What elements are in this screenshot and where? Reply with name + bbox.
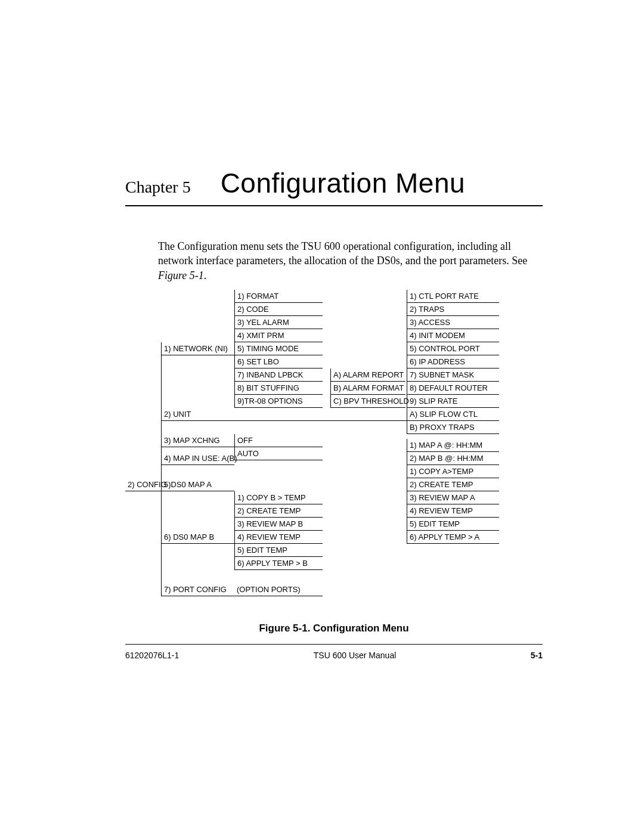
e-unit-3: 3) ACCESS [407, 316, 499, 329]
intro-text-after: . [204, 270, 207, 281]
intro-text: The Configuration menu sets the TSU 600 … [158, 240, 527, 267]
e-unit-6: 6) IP ADDRESS [407, 355, 499, 368]
chapter-header: Chapter 5 Configuration Menu [125, 167, 543, 206]
e-unit-1: 1) CTL PORT RATE [407, 290, 499, 303]
chapter-number: Chapter 5 [125, 178, 191, 197]
item-map-xchng: 3) MAP XCHNG [161, 434, 234, 447]
e-unit-7: 7) SUBNET MASK [407, 368, 499, 382]
e-unit-5: 5) CONTROL PORT [407, 342, 499, 355]
footer-doc-id: 61202076L1-1 [125, 651, 179, 660]
e-auto-1: 1) MAP A @: HH:MM [407, 439, 499, 452]
page-footer: 61202076L1-1 TSU 600 User Manual 5-1 [125, 651, 543, 660]
c-portconfig: (OPTION PORTS) [234, 583, 323, 596]
e-unit-a: A) SLIP FLOW CTL [407, 408, 499, 421]
e-ds0a-2: 2) CREATE TEMP [407, 478, 499, 491]
e-ds0a-3: 3) REVIEW MAP A [407, 491, 499, 504]
c-network-1: 1) FORMAT [234, 290, 323, 303]
e-unit-8: 8) DEFAULT ROUTER [407, 382, 499, 395]
e-ds0a-4: 4) REVIEW TEMP [407, 504, 499, 518]
e-unit-4: 4) INIT MODEM [407, 329, 499, 342]
footer-manual: TSU 600 User Manual [314, 651, 397, 660]
c-ds0b-1: 1) COPY B > TEMP [234, 491, 323, 504]
c-network-4: 4) XMIT PRM [234, 329, 323, 342]
e-ds0a-5: 5) EDIT TEMP [407, 518, 499, 531]
c-ds0b-4: 4) REVIEW TEMP [234, 531, 323, 544]
chapter-title: Configuration Menu [221, 167, 465, 199]
d-alarm-report: A) ALARM REPORT [330, 368, 405, 382]
figure-reference: Figure 5-1 [158, 270, 204, 281]
figure-caption: Figure 5-1. Configuration Menu [125, 623, 543, 645]
c-network-8: 8) BIT STUFFING [234, 382, 323, 395]
item-ds0-map-b: 6) DS0 MAP B [161, 531, 234, 544]
c-network-3: 3) YEL ALARM [234, 316, 323, 329]
c-mapxchng-off: OFF [234, 434, 323, 447]
c-network-7: 7) INBAND LPBCK [234, 368, 323, 382]
c-network-5: 5) TIMING MODE [234, 342, 323, 355]
intro-paragraph: The Configuration menu sets the TSU 600 … [158, 239, 543, 283]
c-network-6: 6) SET LBO [234, 355, 323, 368]
c-ds0b-3: 3) REVIEW MAP B [234, 518, 323, 531]
menu-tree: 2) CONFIG 1) NETWORK (NI) 2) UNIT 3) MAP… [125, 290, 543, 612]
e-unit-9: 9) SLIP RATE [407, 395, 499, 408]
e-unit-2: 2) TRAPS [407, 303, 499, 316]
item-network: 1) NETWORK (NI) [161, 342, 234, 355]
c-ds0b-6: 6) APPLY TEMP > B [234, 557, 323, 570]
d-alarm-format: B) ALARM FORMAT [330, 382, 405, 395]
c-mapxchng-auto: AUTO [234, 447, 323, 460]
e-auto-2: 2) MAP B @: HH:MM [407, 452, 499, 465]
e-ds0a-6: 6) APPLY TEMP > A [407, 531, 499, 544]
e-ds0a-1: 1) COPY A>TEMP [407, 465, 499, 478]
c-ds0b-5: 5) EDIT TEMP [234, 544, 323, 557]
footer-page: 5-1 [531, 651, 543, 660]
item-map-in-use: 4) MAP IN USE: A(B) [161, 452, 234, 465]
e-unit-b: B) PROXY TRAPS [407, 421, 499, 434]
c-ds0b-2: 2) CREATE TEMP [234, 504, 323, 518]
item-unit: 2) UNIT [161, 408, 234, 421]
item-port-config: 7) PORT CONFIG [161, 583, 234, 596]
c-network-2: 2) CODE [234, 303, 323, 316]
item-ds0-map-a: 5)DS0 MAP A [161, 478, 234, 491]
c-network-9: 9)TR-08 OPTIONS [234, 395, 323, 408]
root-config: 2) CONFIG [125, 478, 161, 491]
d-bpv-threshold: C) BPV THRESHOLD [330, 395, 405, 408]
